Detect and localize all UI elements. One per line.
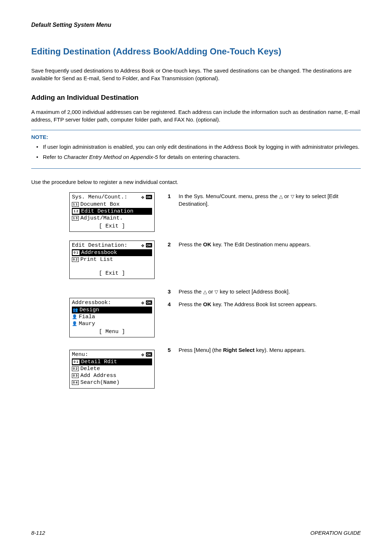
lcd-screen-sys-menu: Sys. Menu/Count.: ✥ OK 1 1 Document Box … — [69, 192, 155, 232]
group-icon: 👥 — [73, 307, 78, 313]
row-text: Search(Name) — [81, 379, 120, 386]
up-triangle-icon: △ — [279, 194, 283, 199]
row-number-badge: 1 2 — [73, 209, 79, 214]
lcd-row: 1 1 Document Box — [72, 201, 152, 208]
step-text: Press the OK key. The Address Book list … — [179, 300, 361, 308]
page-title: Editing Destination (Address Book/Adding… — [31, 46, 361, 57]
ok-icon: OK — [146, 300, 152, 305]
lcd-row: 1 3 Adjust/Maint. — [72, 215, 152, 222]
note-item: If user login administration is enabled,… — [36, 143, 361, 151]
row-text: Detail Rdit — [81, 359, 117, 365]
note-item: Refer to Character Entry Method on Appen… — [36, 153, 361, 161]
row-text: Delete — [81, 366, 100, 372]
row-text: Document Box — [81, 201, 120, 208]
lcd-title: Addressbook: — [72, 300, 141, 306]
row-number-badge: 0 2 — [72, 366, 79, 371]
row-number-badge: 0 1 — [73, 360, 79, 364]
row-text: Maury — [79, 321, 95, 327]
body-paragraph: A maximum of 2,000 individual addresses … — [31, 108, 361, 123]
intro-paragraph: Save frequently used destinations to Add… — [31, 67, 361, 82]
row-text: Fiala — [79, 314, 95, 320]
row-number-badge: 0 4 — [72, 380, 79, 385]
section-header: Default Setting System Menu — [31, 22, 361, 28]
row-text: Print List — [81, 257, 113, 263]
row-number-badge: 0 1 — [73, 250, 79, 255]
lcd-title: Edit Destination: — [72, 242, 141, 249]
row-text: Addressbook — [81, 250, 117, 256]
step-number: 4 — [168, 300, 179, 308]
lcd-title: Menu: — [72, 352, 141, 358]
down-triangle-icon: ▽ — [215, 289, 218, 295]
step-text: Press the OK key. The Edit Destination m… — [179, 241, 361, 249]
lcd-row: 0 2 Delete — [72, 365, 152, 372]
lcd-row-selected: 👥 Design — [72, 307, 152, 313]
person-icon: 👤 — [72, 314, 77, 320]
row-text: Add Address — [81, 373, 117, 379]
nav-arrows-icon: ✥ — [141, 194, 144, 200]
footer-guide-label: OPERATION GUIDE — [310, 530, 361, 536]
page-footer: 8-112 OPERATION GUIDE — [31, 530, 361, 536]
row-number-badge: 0 2 — [72, 257, 79, 262]
ok-icon: OK — [146, 243, 152, 247]
subheading: Adding an Individual Destination — [31, 94, 361, 102]
row-text: Adjust/Maint. — [81, 215, 123, 221]
lcd-row: 👤 Maury — [72, 320, 152, 327]
ok-icon: OK — [146, 195, 152, 199]
lcd-row-selected: 0 1 Detail Rdit — [72, 358, 152, 365]
step-number: 3 — [168, 288, 179, 296]
step-number: 5 — [168, 346, 179, 354]
down-triangle-icon: ▽ — [291, 194, 294, 199]
row-text: Edit Destination — [81, 208, 134, 214]
nav-arrows-icon: ✥ — [141, 300, 144, 306]
lcd-row: 0 4 Search(Name) — [72, 379, 152, 386]
lcd-title: Sys. Menu/Count.: — [72, 194, 141, 200]
step-number: 2 — [168, 241, 179, 249]
nav-arrows-icon: ✥ — [141, 352, 144, 358]
note-block: NOTE: If user login administration is en… — [31, 130, 361, 169]
row-number-badge: 1 3 — [72, 216, 79, 221]
note-label: NOTE: — [31, 134, 361, 140]
nav-arrows-icon: ✥ — [141, 242, 144, 249]
lcd-row: 👤 Fiala — [72, 313, 152, 320]
procedure-intro: Use the procedure below to register a ne… — [31, 178, 361, 186]
lcd-row: 0 2 Print List — [72, 256, 152, 263]
lcd-row: 0 3 Add Address — [72, 372, 152, 379]
softkey-exit: [ Exit ] — [99, 223, 125, 229]
page-number: 8-112 — [31, 530, 45, 536]
person-icon: 👤 — [72, 321, 77, 327]
lcd-screen-edit-destination: Edit Destination: ✥ OK 0 1 Addressbook 0… — [69, 241, 155, 279]
row-number-badge: 0 3 — [72, 373, 79, 378]
note-list: If user login administration is enabled,… — [31, 143, 361, 161]
step-text: Press [Menu] (the Right Select key). Men… — [179, 346, 361, 354]
lcd-screen-addressbook: Addressbook: ✥ OK 👥 Design 👤 Fiala 👤 — [69, 298, 155, 337]
softkey-menu: [ Menu ] — [99, 329, 125, 335]
softkey-exit: [ Exit ] — [99, 270, 125, 276]
ok-icon: OK — [146, 352, 152, 357]
step-text: Press the △ or ▽ key to select [Address … — [179, 288, 361, 296]
step-text: In the Sys. Menu/Count. menu, press the … — [179, 192, 361, 208]
up-triangle-icon: △ — [203, 289, 207, 295]
step-number: 1 — [168, 192, 179, 208]
lcd-row-selected: 1 2 Edit Destination — [72, 208, 152, 215]
row-number-badge: 1 1 — [72, 202, 79, 207]
lcd-screen-menu: Menu: ✥ OK 0 1 Detail Rdit 0 2 Delete 0 … — [69, 350, 155, 389]
row-text: Design — [79, 307, 99, 313]
lcd-row-selected: 0 1 Addressbook — [72, 249, 152, 256]
